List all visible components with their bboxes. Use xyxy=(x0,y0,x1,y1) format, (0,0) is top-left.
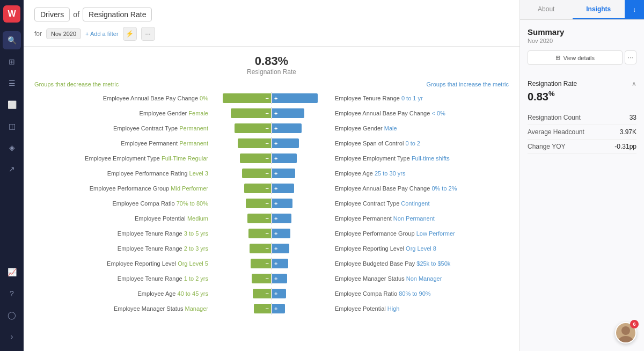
minus-icon: − xyxy=(266,156,269,162)
driver-row: Employee Performance Group Mid Performer… xyxy=(34,182,509,195)
nav-chart-icon[interactable]: ⬜ xyxy=(3,96,21,114)
plus-icon: + xyxy=(274,171,277,177)
minus-icon: − xyxy=(266,231,269,237)
svg-point-1 xyxy=(618,336,633,342)
plus-icon: + xyxy=(274,306,277,312)
stat-value-change-yoy: -0.31pp xyxy=(614,143,636,150)
view-details-label: View details xyxy=(564,55,595,61)
driver-left-label: Employee Manager Status Manager xyxy=(34,305,213,312)
add-filter-button[interactable]: + Add a filter xyxy=(85,31,118,37)
minus-icon: − xyxy=(266,246,269,252)
plus-icon: + xyxy=(274,96,277,101)
driver-left-label: Employee Performance Rating Level 3 xyxy=(34,170,213,177)
tab-insights[interactable]: Insights xyxy=(573,0,625,19)
driver-right-label: Employee Performance Group Low Performer xyxy=(331,230,509,237)
tab-about[interactable]: About xyxy=(520,0,573,19)
view-details-row: ⊞ View details ··· xyxy=(528,50,636,72)
left-navigation: W 🔍 ⊞ ☰ ⬜ ◫ ◈ ↗ 📈 ? ◯ › xyxy=(0,0,24,351)
plus-icon: + xyxy=(274,261,277,267)
panel-content: Summary Nov 2020 ⊞ View details ··· Resi… xyxy=(520,20,644,351)
driver-right-label: Employee Gender Male xyxy=(331,125,509,131)
summary-date: Nov 2020 xyxy=(528,38,636,44)
bars-container: −+ xyxy=(213,137,331,149)
stat-row-change-yoy: Change YOY -0.31pp xyxy=(528,140,636,154)
driver-left-label: Employee Performance Group Mid Performer xyxy=(34,185,213,192)
driver-left-label: Employee Gender Female xyxy=(34,110,213,116)
download-button[interactable]: ↓ xyxy=(625,0,644,19)
nav-link-icon[interactable]: ↗ xyxy=(3,160,21,178)
bars-container: −+ xyxy=(213,243,331,254)
driver-left-label: Employee Tenure Range 2 to 3 yrs xyxy=(34,245,213,252)
page-header: Drivers of Resignation Rate for Nov 2020… xyxy=(24,0,519,47)
app-logo[interactable]: W xyxy=(3,5,20,23)
driver-row: Employee Tenure Range 1 to 2 yrs−+Employ… xyxy=(34,272,509,285)
nav-user-icon[interactable]: ◯ xyxy=(3,306,21,324)
minus-icon: − xyxy=(266,111,269,116)
svg-point-0 xyxy=(621,326,630,335)
plus-icon: + xyxy=(274,246,277,252)
minus-icon: − xyxy=(266,201,269,207)
view-details-button[interactable]: ⊞ View details xyxy=(528,50,623,65)
for-label: for xyxy=(34,30,42,38)
nav-expand-icon[interactable]: › xyxy=(3,327,21,346)
avatar-container[interactable]: 6 xyxy=(615,322,636,343)
bars-container: −+ xyxy=(213,107,331,119)
driver-rows-container: Employee Annual Base Pay Change 0%−+Empl… xyxy=(34,92,509,315)
bars-container: −+ xyxy=(213,167,331,179)
bars-container: −+ xyxy=(213,288,331,299)
plus-icon: + xyxy=(274,291,277,297)
tab-bar: About Insights ↓ xyxy=(520,0,644,20)
metric-label: Resignation Rate xyxy=(83,8,152,21)
minus-icon: − xyxy=(266,261,269,267)
plus-icon: + xyxy=(274,231,277,237)
metric-section-header: Resignation Rate ∧ xyxy=(528,80,636,87)
nav-analytics-icon[interactable]: 📈 xyxy=(3,263,21,281)
date-filter-badge[interactable]: Nov 2020 xyxy=(46,28,81,39)
driver-row: Employee Compa Ratio 70% to 80%−+Employe… xyxy=(34,197,509,210)
driver-left-label: Employee Reporting Level Org Level 5 xyxy=(34,260,213,267)
nav-help-icon[interactable]: ? xyxy=(3,284,21,303)
more-options-button[interactable]: ··· xyxy=(141,27,155,41)
bars-container: −+ xyxy=(213,122,331,134)
stat-value-avg-headcount: 3.97K xyxy=(620,128,636,136)
nav-list-icon[interactable]: ☰ xyxy=(3,74,21,92)
legend-decrease: Groups that decrease the metric xyxy=(34,81,119,87)
stat-label-change-yoy: Change YOY xyxy=(528,143,566,150)
right-panel: About Insights ↓ Summary Nov 2020 ⊞ View… xyxy=(519,0,644,351)
stat-row-avg-headcount: Average Headcount 3.97K xyxy=(528,125,636,140)
bars-container: −+ xyxy=(213,303,331,315)
stat-row-resignation-count: Resignation Count 33 xyxy=(528,111,636,125)
chart-area: 0.83% Resignation Rate Groups that decre… xyxy=(24,47,519,351)
plus-icon: + xyxy=(274,276,277,282)
panel-more-button[interactable]: ··· xyxy=(625,50,636,64)
driver-right-label: Employee Compa Ratio 80% to 90% xyxy=(331,290,509,297)
driver-right-label: Employee Span of Control 0 to 2 xyxy=(331,140,509,147)
metric-value-number: 0.83 xyxy=(528,91,548,103)
nav-search-icon[interactable]: 🔍 xyxy=(3,31,21,49)
nav-people-icon[interactable]: ◫ xyxy=(3,117,21,135)
driver-right-label: Employee Manager Status Non Manager xyxy=(331,275,509,282)
driver-left-label: Employee Tenure Range 1 to 2 yrs xyxy=(34,275,213,282)
minus-icon: − xyxy=(266,216,269,222)
driver-right-label: Employee Tenure Range 0 to 1 yr xyxy=(331,95,509,101)
collapse-chevron-icon[interactable]: ∧ xyxy=(632,80,636,87)
drivers-label: Drivers xyxy=(34,8,70,21)
of-label: of xyxy=(73,10,79,19)
minus-icon: − xyxy=(266,186,269,192)
legend-increase: Groups that increase the metric xyxy=(427,81,509,87)
driver-left-label: Employee Annual Base Pay Change 0% xyxy=(34,95,213,101)
bars-container: −+ xyxy=(213,228,331,239)
driver-right-label: Employee Budgeted Base Pay $25k to $50k xyxy=(331,260,509,267)
driver-row: Employee Annual Base Pay Change 0%−+Empl… xyxy=(34,92,509,105)
plus-icon: + xyxy=(274,186,277,192)
driver-row: Employee Age 40 to 45 yrs−+Employee Comp… xyxy=(34,287,509,300)
bars-container: −+ xyxy=(213,258,331,269)
plus-icon: + xyxy=(274,216,277,222)
nav-dashboard-icon[interactable]: ⊞ xyxy=(3,53,21,71)
stat-label-resignation-count: Resignation Count xyxy=(528,114,581,121)
plus-icon: + xyxy=(274,141,277,147)
nav-pin-icon[interactable]: ◈ xyxy=(3,138,21,157)
driver-row: Employee Tenure Range 3 to 5 yrs−+Employ… xyxy=(34,227,509,240)
driver-left-label: Employee Contract Type Permanent xyxy=(34,125,213,131)
lightning-button[interactable]: ⚡ xyxy=(123,27,137,41)
